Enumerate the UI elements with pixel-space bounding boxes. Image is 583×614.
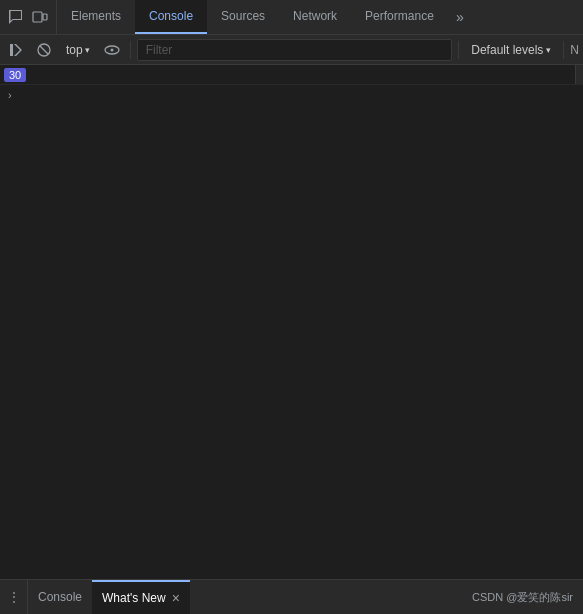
tab-overflow-button[interactable]: » [448, 0, 472, 34]
log-levels-dropdown[interactable]: Default levels ▾ [465, 41, 557, 59]
tab-elements[interactable]: Elements [57, 0, 135, 34]
run-script-button[interactable] [4, 38, 28, 62]
context-selector-dropdown[interactable]: top ▾ [60, 41, 96, 59]
console-line-bar: 30 [0, 65, 583, 85]
svg-rect-0 [33, 12, 42, 22]
console-prompt-line: › [0, 85, 583, 105]
line-number-badge: 30 [4, 68, 26, 82]
console-toolbar: top ▾ Default levels ▾ N [0, 35, 583, 65]
right-partial-bar [575, 65, 583, 84]
tab-performance[interactable]: Performance [351, 0, 448, 34]
chevron-down-icon: ▾ [85, 45, 90, 55]
chevron-down-icon-levels: ▾ [546, 45, 551, 55]
toolbar-separator-1 [130, 41, 131, 59]
three-dots-icon: ⋮ [8, 590, 20, 604]
svg-rect-1 [43, 14, 47, 20]
tab-network[interactable]: Network [279, 0, 351, 34]
svg-point-5 [110, 48, 113, 51]
prompt-icon: › [8, 89, 12, 101]
n-label: N [570, 43, 579, 57]
toolbar-separator-3 [563, 41, 564, 59]
tab-console[interactable]: Console [135, 0, 207, 34]
bottom-bar-watermark: CSDN @爱笑的陈sir [472, 590, 583, 605]
devtools-tab-bar: Elements Console Sources Network Perform… [0, 0, 583, 35]
svg-line-3 [40, 46, 48, 54]
device-toggle-icon[interactable] [30, 7, 50, 27]
filter-input[interactable] [137, 39, 453, 61]
bottom-bar-menu-button[interactable]: ⋮ [0, 580, 28, 614]
tab-bar-icon-group [0, 0, 57, 34]
bottom-tab-whats-new[interactable]: What's New × [92, 580, 190, 614]
bottom-tab-console[interactable]: Console [28, 580, 92, 614]
toolbar-separator-2 [458, 41, 459, 59]
inspect-element-icon[interactable] [6, 7, 26, 27]
clear-console-button[interactable] [32, 38, 56, 62]
live-expressions-button[interactable] [100, 38, 124, 62]
console-output-area[interactable]: › [0, 85, 583, 579]
devtools-bottom-bar: ⋮ Console What's New × CSDN @爱笑的陈sir [0, 579, 583, 614]
close-whats-new-tab-button[interactable]: × [172, 591, 180, 605]
tab-sources[interactable]: Sources [207, 0, 279, 34]
